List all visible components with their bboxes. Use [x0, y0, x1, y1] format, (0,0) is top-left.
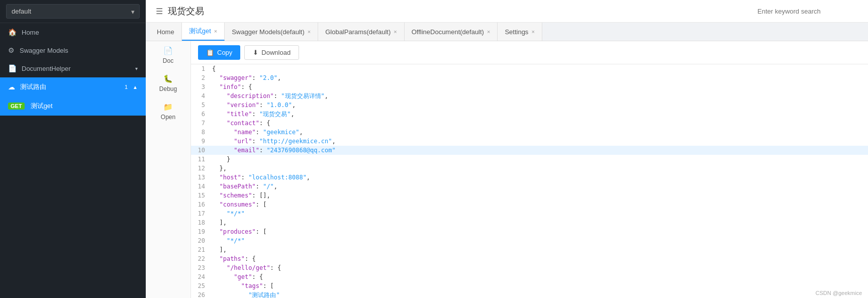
line-content: "*/*": [210, 236, 868, 245]
download-button[interactable]: ⬇ Download: [244, 45, 299, 60]
home-icon: 🏠: [8, 28, 17, 36]
sidebar-item-testroute-label: 测试路由: [20, 82, 46, 91]
code-line-10: 10 "email": "2437690868@qq.com": [191, 146, 868, 155]
sidebar-item-swagger-label: Swagger Models: [20, 47, 68, 54]
tab-settings[interactable]: Settings ×: [498, 23, 542, 41]
line-number: 20: [191, 236, 210, 245]
line-content: "produces": [: [210, 227, 868, 236]
sidebar-nav: 🏠 Home ⚙ Swagger Models 📄 DocumentHelper…: [0, 23, 146, 298]
tab-settings-close[interactable]: ×: [531, 29, 534, 35]
line-number: 2: [191, 73, 210, 82]
sidebar-item-get-testget[interactable]: GET 测试get: [0, 96, 146, 116]
code-line-3: 3 "info": {: [191, 82, 868, 91]
code-line-11: 11 }: [191, 155, 868, 164]
sidebar-item-swagger-models[interactable]: ⚙ Swagger Models: [0, 41, 146, 59]
code-line-24: 24 "get": {: [191, 272, 868, 281]
line-number: 10: [191, 146, 210, 155]
project-select[interactable]: default: [6, 4, 140, 19]
line-content: "/hello/get": {: [210, 263, 868, 272]
menu-icon: ☰: [156, 7, 163, 16]
line-number: 3: [191, 82, 210, 91]
swagger-icon: ⚙: [8, 46, 15, 54]
code-line-26: 26 "测试路由": [191, 290, 868, 298]
sidebar-item-gettest-label: 测试get: [31, 102, 53, 111]
code-line-14: 14 "basePath": "/",: [191, 182, 868, 191]
code-line-25: 25 "tags": [: [191, 281, 868, 290]
line-content: "description": "现货交易详情",: [210, 91, 868, 101]
line-content: "swagger": "2.0",: [210, 73, 868, 82]
panel-doc[interactable]: 📄 Doc: [163, 46, 173, 64]
tab-global-close[interactable]: ×: [394, 29, 397, 35]
line-number: 13: [191, 173, 210, 182]
copy-button[interactable]: 📋 Copy: [198, 45, 240, 60]
line-content: ],: [210, 218, 868, 227]
line-content: "version": "1.0.0",: [210, 101, 868, 110]
download-icon: ⬇: [253, 49, 258, 56]
line-content: "*/*": [210, 209, 868, 218]
tab-settings-label: Settings: [505, 28, 528, 36]
panel-open-label: Open: [161, 114, 175, 121]
tab-global-label: GlobalParams(default): [325, 28, 391, 36]
route-badge: 1: [122, 83, 131, 90]
panel-debug[interactable]: 🐛 Debug: [159, 74, 177, 92]
line-number: 4: [191, 91, 210, 101]
code-line-23: 23 "/hello/get": {: [191, 263, 868, 272]
page-title: 现货交易: [168, 5, 204, 17]
code-line-22: 22 "paths": {: [191, 254, 868, 263]
line-number: 16: [191, 200, 210, 209]
line-number: 18: [191, 218, 210, 227]
sidebar-item-test-route[interactable]: ☁ 测试路由 1 ▲: [0, 77, 146, 96]
code-line-20: 20 "*/*": [191, 236, 868, 245]
line-content: "paths": {: [210, 254, 868, 263]
tab-offline-close[interactable]: ×: [487, 29, 490, 35]
line-number: 1: [191, 64, 210, 73]
code-line-16: 16 "consumes": [: [191, 200, 868, 209]
tab-offline-doc[interactable]: OfflineDocument(default) ×: [405, 23, 498, 41]
line-content: "get": {: [210, 272, 868, 281]
project-select-wrapper[interactable]: default: [6, 4, 140, 19]
search-input[interactable]: [757, 8, 858, 15]
line-content: "email": "2437690868@qq.com": [210, 146, 868, 155]
code-line-1: 1{: [191, 64, 868, 73]
panel-debug-label: Debug: [159, 85, 177, 92]
line-content: {: [210, 64, 868, 73]
line-content: "basePath": "/",: [210, 182, 868, 191]
line-content: }: [210, 155, 868, 164]
line-content: "url": "http://geekmice.cn",: [210, 137, 868, 146]
code-content[interactable]: 1{2 "swagger": "2.0",3 "info": {4 "descr…: [191, 64, 868, 298]
tab-home[interactable]: Home: [150, 23, 182, 41]
sidebar-item-document-helper[interactable]: 📄 DocumentHelper ▾: [0, 59, 146, 77]
document-icon: 📄: [8, 64, 17, 72]
code-line-21: 21 ],: [191, 245, 868, 254]
main-panel: ☰ 现货交易 Home 测试get × Swagger Models(defau…: [146, 0, 868, 298]
line-content: "consumes": [: [210, 200, 868, 209]
code-line-15: 15 "schemes": [],: [191, 191, 868, 200]
line-content: "info": {: [210, 82, 868, 91]
sidebar-item-home[interactable]: 🏠 Home: [0, 23, 146, 41]
tab-global-params[interactable]: GlobalParams(default) ×: [318, 23, 405, 41]
open-icon: 📁: [163, 103, 173, 112]
code-line-19: 19 "produces": [: [191, 227, 868, 236]
code-line-6: 6 "title": "现货交易",: [191, 110, 868, 119]
line-number: 21: [191, 245, 210, 254]
sidebar-header: default: [0, 0, 146, 23]
tab-testget-close[interactable]: ×: [214, 28, 217, 34]
tab-swagger-models[interactable]: Swagger Models(default) ×: [225, 23, 318, 41]
line-content: "contact": {: [210, 119, 868, 128]
tab-testget[interactable]: 测试get ×: [182, 23, 225, 41]
code-line-12: 12 },: [191, 164, 868, 173]
code-line-5: 5 "version": "1.0.0",: [191, 101, 868, 110]
get-method-badge: GET: [8, 103, 25, 110]
line-content: ],: [210, 245, 868, 254]
code-line-2: 2 "swagger": "2.0",: [191, 73, 868, 82]
panel-open[interactable]: 📁 Open: [161, 103, 175, 121]
line-number: 26: [191, 290, 210, 298]
line-number: 14: [191, 182, 210, 191]
code-line-7: 7 "contact": {: [191, 119, 868, 128]
code-area: 📋 Copy ⬇ Download 1{2 "swagger": "2.0",3…: [191, 41, 868, 298]
tab-swagger-close[interactable]: ×: [308, 29, 311, 35]
line-number: 17: [191, 209, 210, 218]
sidebar-item-home-label: Home: [22, 29, 39, 36]
line-content: "host": "localhost:8088",: [210, 173, 868, 182]
cloud-icon: ☁: [8, 83, 15, 91]
